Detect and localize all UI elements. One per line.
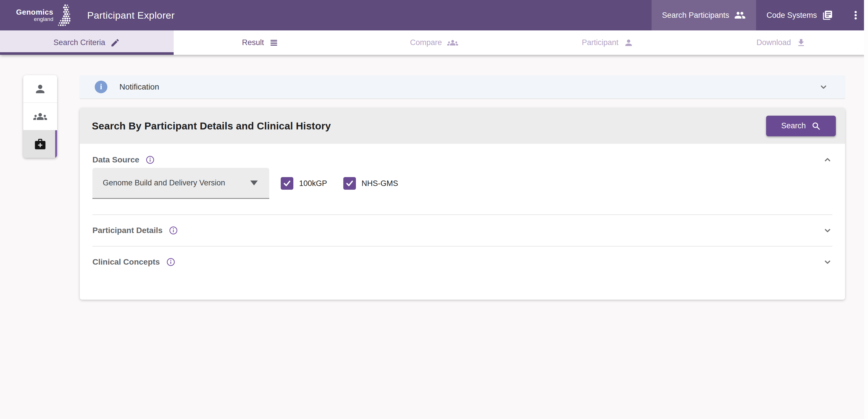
section-participant-details[interactable]: Participant Details: [92, 215, 832, 246]
dropdown-arrow-icon: [250, 181, 258, 185]
tab-search-criteria[interactable]: Search Criteria: [0, 30, 174, 55]
genomics-england-logo: Genomics england: [16, 0, 73, 30]
list-icon: [269, 38, 279, 47]
logo-text: Genomics england: [16, 8, 53, 22]
tab-download: Download: [694, 30, 868, 55]
clinical-concepts-label: Clinical Concepts: [92, 257, 160, 267]
tab-result[interactable]: Result: [174, 30, 347, 55]
checkbox-checked-icon[interactable]: [343, 177, 356, 190]
checkbox-nhs-gms[interactable]: NHS-GMS: [343, 177, 398, 190]
chevron-down-icon[interactable]: [818, 82, 828, 92]
tab-download-label: Download: [756, 38, 791, 47]
checkbox-100kgp-label: 100kGP: [299, 179, 327, 188]
rail-item-clinical[interactable]: [23, 130, 57, 158]
participant-details-label: Participant Details: [92, 226, 162, 235]
logo-line2: england: [16, 17, 53, 22]
tab-compare-label: Compare: [410, 38, 442, 47]
tab-search-criteria-label: Search Criteria: [53, 38, 105, 47]
chevron-down-icon[interactable]: [823, 226, 832, 235]
code-systems-button[interactable]: Code Systems: [756, 0, 843, 30]
page-title: Participant Explorer: [87, 10, 175, 21]
section-clinical-concepts[interactable]: Clinical Concepts: [92, 247, 832, 278]
genome-build-select[interactable]: Genome Build and Delivery Version: [92, 168, 269, 199]
kebab-menu-icon: [850, 9, 861, 21]
chevron-up-icon[interactable]: [823, 155, 832, 165]
download-icon: [796, 38, 806, 47]
chevron-down-icon[interactable]: [823, 257, 832, 267]
header-actions: Search Participants Code Systems: [652, 0, 868, 30]
main-column: i Notification Search By Participant Det…: [80, 75, 845, 300]
pencil-icon: [110, 38, 120, 47]
genome-build-select-label: Genome Build and Delivery Version: [103, 179, 225, 187]
person-icon: [34, 83, 46, 95]
groups-icon: [447, 37, 458, 48]
info-icon: i: [95, 80, 107, 93]
search-button-label: Search: [781, 121, 806, 130]
data-source-label: Data Source: [92, 155, 139, 164]
tab-participant-label: Participant: [582, 38, 619, 47]
logo-line1: Genomics: [16, 8, 53, 17]
notification-label: Notification: [119, 83, 159, 92]
search-panel-title: Search By Participant Details and Clinic…: [92, 120, 331, 132]
library-books-icon: [822, 10, 833, 21]
workflow-stepper: Search Criteria Result Compare Participa…: [0, 30, 868, 55]
info-icon[interactable]: [166, 257, 175, 267]
search-panel-body: Data Source Genome Build and Delivery Ve…: [80, 144, 845, 300]
scrollbar[interactable]: [864, 0, 868, 419]
search-mode-rail: [23, 75, 57, 158]
search-button[interactable]: Search: [766, 116, 836, 136]
info-icon[interactable]: [169, 226, 178, 235]
groups-icon: [33, 109, 47, 123]
search-participants-label: Search Participants: [662, 11, 729, 20]
search-panel-header: Search By Participant Details and Clinic…: [80, 108, 845, 144]
checkbox-checked-icon[interactable]: [281, 177, 293, 190]
uk-dotted-map-icon: [57, 3, 73, 27]
person-icon: [624, 38, 633, 47]
rail-item-participant[interactable]: [23, 75, 57, 103]
tab-participant: Participant: [521, 30, 694, 55]
notification-banner[interactable]: i Notification: [80, 75, 845, 98]
rail-item-cohort[interactable]: [23, 103, 57, 130]
checkbox-100kgp[interactable]: 100kGP: [281, 177, 327, 190]
checkbox-nhs-gms-label: NHS-GMS: [362, 179, 398, 188]
data-source-controls: Genome Build and Delivery Version 100kGP: [92, 168, 832, 199]
search-participants-button[interactable]: Search Participants: [652, 0, 756, 30]
section-data-source[interactable]: Data Source: [92, 144, 832, 160]
search-icon: [811, 121, 820, 131]
info-icon[interactable]: [146, 155, 155, 164]
search-panel: Search By Participant Details and Clinic…: [80, 108, 845, 300]
medical-bag-icon: [34, 138, 46, 150]
content-area: i Notification Search By Participant Det…: [0, 55, 868, 419]
app-header: Genomics england Participant Explorer Se…: [0, 0, 868, 30]
code-systems-label: Code Systems: [766, 11, 817, 20]
tab-compare: Compare: [347, 30, 521, 55]
tab-result-label: Result: [242, 38, 264, 47]
group-icon: [734, 9, 746, 21]
